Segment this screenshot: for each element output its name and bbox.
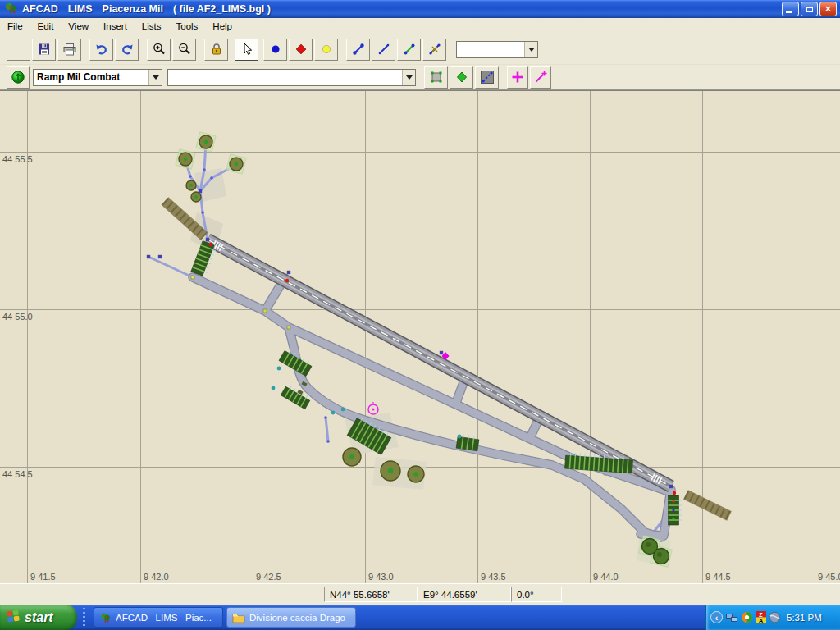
apron-polygon-button[interactable] [424, 66, 448, 89]
red-node[interactable] [285, 279, 289, 282]
apron-edge-button[interactable] [475, 66, 499, 89]
parking-spot-button[interactable] [450, 66, 473, 89]
menu-help[interactable]: Help [205, 20, 240, 33]
map-canvas[interactable]: 44 55.5 44 55.0 44 54.5 9 41.5 9 42.0 9 … [0, 90, 840, 583]
taxi-node[interactable] [324, 416, 327, 419]
save-button[interactable] [32, 39, 56, 61]
menu-insert[interactable]: Insert [96, 20, 135, 33]
round-parking-pad[interactable] [343, 448, 361, 466]
folder-icon [232, 612, 245, 623]
vehicle-dot[interactable] [331, 411, 336, 415]
app-icon [3, 2, 18, 18]
blue-node-button[interactable] [263, 39, 287, 61]
compass-marker[interactable] [368, 402, 378, 414]
add-segment-button[interactable] [530, 66, 551, 89]
parking-node[interactable] [672, 518, 674, 520]
tree-pad[interactable] [654, 549, 669, 564]
vertex-node[interactable] [206, 238, 209, 241]
taxi-node[interactable] [203, 168, 206, 171]
red-node[interactable] [209, 243, 212, 246]
vertex-node[interactable] [191, 276, 194, 279]
program-o-icon[interactable] [741, 611, 753, 623]
taxiway-line-button[interactable] [372, 39, 395, 61]
add-link-button[interactable] [422, 39, 446, 61]
minimize-button[interactable] [782, 2, 799, 16]
menu-file[interactable]: File [0, 20, 30, 33]
add-point-button[interactable] [507, 66, 528, 89]
start-button[interactable]: start [0, 605, 77, 630]
parking-node[interactable] [672, 500, 674, 502]
round-parking-pad[interactable] [199, 135, 212, 148]
round-parking-pad[interactable] [408, 466, 424, 482]
parking-name-combo[interactable] [167, 69, 416, 86]
apron-patches [190, 168, 671, 567]
svg-text:44 55.5: 44 55.5 [2, 154, 33, 164]
vehicle-dot[interactable] [341, 408, 345, 412]
zonealarm-icon[interactable]: Z A [756, 611, 766, 623]
parking-name-arrow-icon[interactable] [402, 70, 415, 85]
zoom-out-button[interactable] [172, 39, 196, 61]
taxi-node[interactable] [189, 175, 192, 178]
status-heading: 0.0° [511, 587, 562, 602]
vertex-node[interactable] [440, 351, 443, 354]
runway[interactable] [208, 240, 671, 486]
redo-button[interactable] [115, 39, 139, 61]
round-parking-pad[interactable] [191, 192, 201, 202]
round-parking-pad[interactable] [186, 180, 196, 190]
taxi-node[interactable] [326, 440, 330, 443]
quicklaunch-handle[interactable] [83, 608, 85, 627]
task-folder[interactable]: Divisione caccia Drago [226, 607, 356, 628]
menu-bar: File Edit View Insert Lists Tools Help [0, 18, 840, 34]
zoom-in-button[interactable] [147, 39, 171, 61]
close-button[interactable]: × [819, 2, 837, 16]
vertex-node[interactable] [263, 309, 267, 313]
green-link-button[interactable] [397, 39, 421, 61]
menu-edit[interactable]: Edit [30, 20, 62, 33]
menu-tools[interactable]: Tools [169, 20, 206, 33]
parking-row[interactable] [191, 241, 217, 277]
print-button[interactable] [57, 39, 81, 61]
parking-type-arrow-icon[interactable] [148, 70, 162, 85]
parking-type-combo[interactable]: Ramp Mil Combat [33, 69, 162, 86]
parking-row[interactable] [669, 495, 682, 525]
restore-button[interactable] [801, 2, 818, 16]
svg-text:9 43.5: 9 43.5 [481, 572, 506, 582]
vehicle-dot[interactable] [277, 367, 281, 371]
globe-icon[interactable] [769, 611, 781, 623]
taxiway-link-button[interactable] [346, 39, 370, 61]
taxi-node[interactable] [210, 176, 213, 180]
parking-node[interactable] [672, 509, 674, 511]
open-button[interactable] [7, 39, 30, 61]
taxiway-network[interactable] [193, 277, 671, 537]
tray-collapse-chevron-icon[interactable]: ‹ [710, 611, 723, 623]
menu-lists[interactable]: Lists [135, 20, 169, 33]
yellow-node-button[interactable] [314, 39, 338, 61]
lock-button[interactable] [204, 39, 228, 61]
round-parking-pad[interactable] [381, 461, 400, 481]
svg-text:A: A [759, 618, 763, 623]
round-parking-pad[interactable] [230, 158, 243, 171]
red-node[interactable] [673, 491, 676, 495]
vertex-node[interactable] [287, 326, 290, 329]
combo-dropdown-arrow-icon[interactable] [524, 42, 537, 57]
menu-view[interactable]: View [61, 20, 96, 33]
undo-button[interactable] [89, 39, 113, 61]
vertex-node[interactable] [199, 189, 202, 193]
vertex-node[interactable] [669, 485, 673, 488]
overrun-se[interactable] [686, 495, 729, 516]
round-parking-pad[interactable] [179, 153, 192, 166]
task-afcad[interactable]: AFCAD LIMS Piac... [94, 607, 223, 628]
vertex-node[interactable] [158, 255, 162, 258]
vehicle-dot[interactable] [458, 435, 462, 439]
toolbar-combo[interactable] [456, 41, 538, 58]
airport-reference-button[interactable] [7, 66, 30, 89]
title-bar[interactable]: AFCAD LIMS Piacenza Mil ( file AF2_LIMS.… [0, 0, 840, 18]
vehicle-dot[interactable] [272, 386, 276, 390]
minimize-icon [786, 11, 792, 13]
network-icon[interactable] [725, 612, 738, 623]
vertex-node[interactable] [287, 271, 290, 274]
vertex-node[interactable] [147, 255, 150, 258]
taxi-node[interactable] [201, 211, 204, 214]
red-node-button[interactable] [289, 39, 313, 61]
select-pointer-button[interactable] [235, 39, 258, 61]
